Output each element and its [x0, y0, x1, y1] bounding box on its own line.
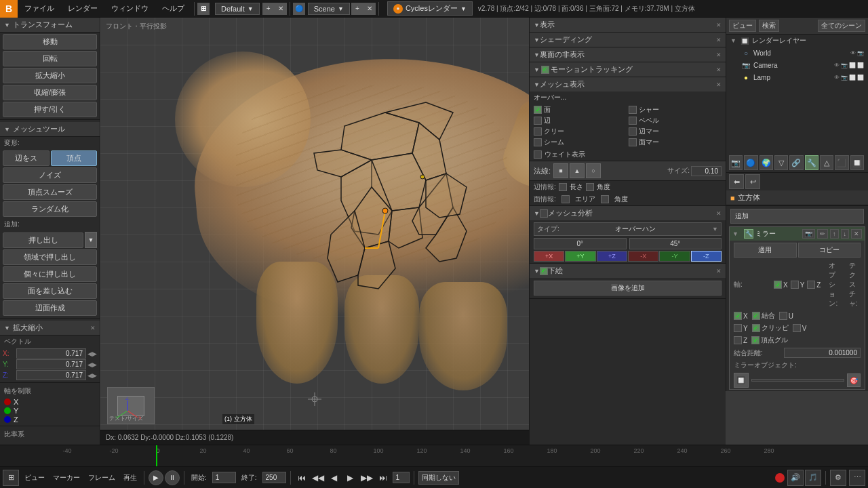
- camera-eye-icon[interactable]: 👁: [834, 62, 840, 68]
- mesh-analysis-check[interactable]: [540, 209, 548, 218]
- motion-tracking-check[interactable]: ✓: [541, 66, 549, 74]
- material-props-icon[interactable]: ⬛: [835, 155, 848, 170]
- constraint-props-icon[interactable]: 🔗: [789, 155, 803, 170]
- y-opt-check[interactable]: Y: [734, 323, 748, 333]
- texture-props-icon[interactable]: 🔲: [850, 155, 864, 170]
- angle2[interactable]: 45°: [629, 238, 722, 249]
- step-back-btn[interactable]: ◀: [328, 471, 341, 485]
- world-item[interactable]: ○ World 👁 📷: [726, 47, 868, 59]
- scene-props-icon[interactable]: 🔵: [744, 155, 757, 170]
- backface-header[interactable]: ▼ 裏面の非表示 ✕: [530, 47, 726, 62]
- vertex-btn[interactable]: 頂点: [51, 150, 98, 166]
- sync-dropdown[interactable]: 同期しない: [418, 471, 459, 485]
- edge-check-display[interactable]: 辺: [534, 116, 627, 125]
- angle1[interactable]: 0°: [534, 238, 627, 249]
- plus-y-btn[interactable]: +Y: [565, 251, 595, 262]
- edge-btn[interactable]: 辺をス: [3, 150, 50, 166]
- lamp-render-icon[interactable]: 📷: [841, 75, 848, 81]
- extrude-region-btn[interactable]: 領域で押し出し: [3, 249, 97, 265]
- merge-dist-val[interactable]: 0.001000: [784, 348, 861, 358]
- mesh-analysis-type[interactable]: タイプ: オーバーハン ▼: [534, 222, 722, 236]
- minus-z-btn[interactable]: -Z: [691, 251, 722, 262]
- weight-display-check[interactable]: [534, 150, 542, 159]
- y-axis-mod-check[interactable]: Y: [791, 281, 805, 289]
- bottom-view-icon[interactable]: ⊞: [3, 470, 19, 486]
- copy-btn[interactable]: コピー: [798, 243, 861, 258]
- add-modifier-btn[interactable]: 追加: [730, 209, 864, 224]
- camera-extra-icon[interactable]: ⬜: [857, 62, 864, 68]
- mesh-analysis-header[interactable]: ▼ メッシュ分析 ✕: [530, 206, 726, 220]
- merge-check[interactable]: ✓ 結合: [752, 311, 775, 321]
- y-value[interactable]: 0.717: [16, 359, 86, 369]
- vertex-group-check[interactable]: ✓ 頂点グル: [751, 336, 788, 345]
- end-frame-input[interactable]: 250: [262, 472, 286, 483]
- plus-x-btn[interactable]: +X: [534, 251, 564, 262]
- nav-icon-2[interactable]: ↩: [745, 174, 760, 189]
- underlay-check[interactable]: ✓: [540, 267, 548, 275]
- edge-length-check[interactable]: [559, 183, 567, 191]
- minus-x-btn[interactable]: -X: [628, 251, 658, 262]
- add-image-btn[interactable]: 画像を追加: [534, 281, 722, 296]
- inset-faces-btn[interactable]: 面を差し込む: [3, 283, 97, 299]
- shrink-fatten-btn[interactable]: 収縮/膨張: [3, 85, 97, 100]
- fill-btn[interactable]: 辺面作成: [3, 300, 97, 316]
- marker-label[interactable]: マーカー: [50, 473, 83, 483]
- add-scene-btn[interactable]: +: [351, 3, 363, 15]
- jump-back-btn[interactable]: ◀◀: [311, 471, 325, 485]
- play-btn[interactable]: ▶: [344, 471, 357, 485]
- workspace-selector[interactable]: Default ▼: [215, 3, 260, 15]
- add-screen-btn[interactable]: +: [262, 3, 275, 15]
- randomize-btn[interactable]: ランダム化: [3, 201, 97, 217]
- object-props-icon[interactable]: ▽: [774, 155, 788, 170]
- edge-angle-check[interactable]: [586, 183, 594, 191]
- scale-btn[interactable]: 拡大縮小: [3, 68, 97, 83]
- scene-selector[interactable]: Scene ▼: [308, 3, 350, 15]
- play-label[interactable]: 再生: [121, 473, 140, 483]
- face-normals-btn[interactable]: ■: [553, 163, 568, 178]
- search-btn[interactable]: 検索: [759, 20, 779, 32]
- all-scenes-btn[interactable]: 全てのシーン: [818, 20, 865, 32]
- z-opt-check[interactable]: Z: [734, 336, 747, 345]
- mirror-obj-search[interactable]: [751, 379, 844, 382]
- frame-label[interactable]: フレーム: [85, 473, 118, 483]
- mesh-display-header[interactable]: ▼ メッシュ表示 ✕: [530, 77, 726, 92]
- more-icon[interactable]: ⋯: [849, 470, 865, 486]
- seam-check[interactable]: シーム: [534, 138, 627, 147]
- camera-render-icon[interactable]: 📷: [841, 62, 848, 68]
- x-value[interactable]: 0.717: [16, 348, 86, 359]
- plus-z-btn[interactable]: +Z: [597, 251, 627, 262]
- modifier-collapse-icon[interactable]: ▼: [732, 230, 742, 237]
- smooth-vertices-btn[interactable]: 頂点スムーズ: [3, 184, 97, 200]
- shear-check[interactable]: シャー: [629, 105, 722, 115]
- mirror-obj-pick-btn[interactable]: 🎯: [847, 373, 861, 387]
- playback-indicator[interactable]: ⏸: [165, 470, 180, 485]
- camera-item[interactable]: 📷 Camera 👁 📷 ⬜ ⬜: [726, 59, 868, 71]
- crease-check[interactable]: クリー: [534, 127, 627, 136]
- motion-tracking-header[interactable]: ▼ ✓ モーショントラッキング ✕: [530, 62, 726, 77]
- audio-sync-icon[interactable]: 🎵: [805, 470, 821, 486]
- noise-btn[interactable]: ノイズ: [3, 167, 97, 183]
- lamp-select-icon[interactable]: ⬜: [849, 75, 856, 81]
- face-angle-check[interactable]: [601, 195, 609, 203]
- menu-render[interactable]: レンダー: [61, 0, 104, 18]
- fps-input[interactable]: 1: [393, 472, 410, 483]
- world-render-icon[interactable]: 📷: [857, 50, 864, 56]
- v-check[interactable]: V: [793, 323, 807, 333]
- clipping-check[interactable]: ✓ クリッピ: [752, 323, 789, 333]
- modifier-delete-btn[interactable]: ✕: [851, 229, 862, 239]
- rotate-btn[interactable]: 回転: [3, 51, 97, 66]
- audio-icon[interactable]: 🔊: [787, 470, 804, 486]
- extrude-btn[interactable]: 押し出し: [3, 232, 83, 248]
- u-check[interactable]: U: [779, 311, 793, 321]
- face-area-check[interactable]: [561, 195, 570, 203]
- z-axis-mod-check[interactable]: Z: [807, 281, 821, 289]
- view-btn[interactable]: ビュー: [729, 20, 756, 32]
- move-btn[interactable]: 移動: [3, 34, 97, 49]
- shading-header[interactable]: ▼ シェーディング ✕: [530, 33, 726, 47]
- modifier-render-btn[interactable]: 📷: [802, 229, 815, 239]
- camera-select-icon[interactable]: ⬜: [849, 62, 856, 68]
- modifier-props-icon[interactable]: 🔧: [805, 155, 818, 170]
- close-scene-btn[interactable]: ✕: [363, 3, 376, 15]
- lamp-eye-icon[interactable]: 👁: [834, 75, 840, 81]
- play-pause-btn[interactable]: ▶: [149, 470, 163, 485]
